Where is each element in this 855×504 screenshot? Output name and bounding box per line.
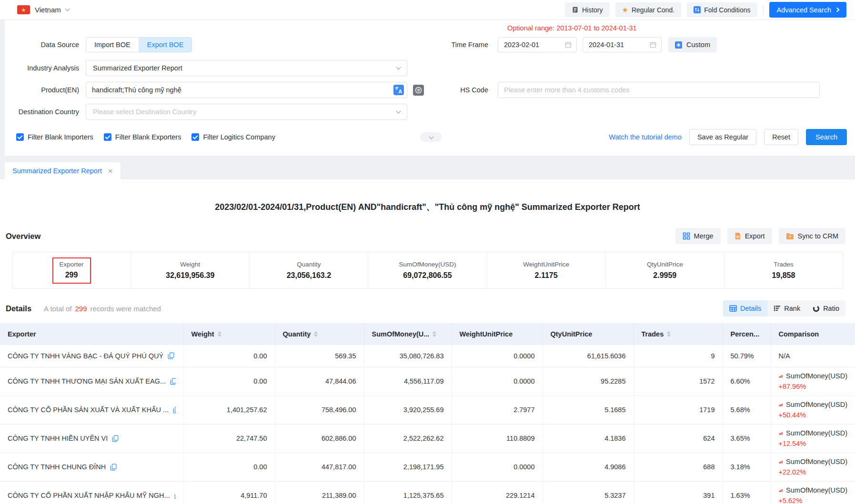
match-count: 299 [75,305,87,313]
match-summary-suffix: records were matched [91,305,161,313]
sync-to-crm-button[interactable]: Sync to CRM [779,228,845,244]
percent-cell: 3.65% [723,424,771,453]
filter-blank-importers-checkbox[interactable]: Filter Blank Importers [16,133,93,141]
copy-icon[interactable] [170,378,175,385]
weight-unit-price-cell: 2.7977 [452,395,543,424]
history-button[interactable]: History [565,2,610,17]
weight-cell: 1,401,257.62 [183,395,275,424]
tab-summarized-exporter-report[interactable]: Summarized Exporter Report × [5,162,121,179]
date-to-input[interactable]: 2024-01-31 [583,37,662,52]
custom-range-button[interactable]: Custom [668,37,717,52]
match-summary-prefix: A total of [44,305,71,313]
stat-exporter-highlight-box: Exporter 299 [52,257,91,284]
view-rank-button[interactable]: Rank [767,300,806,316]
calendar-icon [650,41,656,48]
tutorial-link[interactable]: Watch the tutorial demo [609,133,682,141]
fold-conditions-label: Fold Conditions [704,6,750,14]
col-trades-label: Trades [642,330,664,338]
optional-range-hint: Optional range: 2013-07-01 to 2024-01-31 [507,24,637,32]
topbar: ★ Vietnam History ★ Regular Cond. Fold C… [0,0,855,20]
advanced-search-label: Advanced Search [777,6,831,14]
weight-cell: 0.00 [183,345,275,367]
advanced-search-button[interactable]: Advanced Search [769,2,846,18]
history-label: History [582,6,603,14]
reset-button[interactable]: Reset [764,129,798,145]
table-icon [729,305,737,312]
history-icon [572,6,579,13]
col-qty-unit-price: QtyUnitPrice [543,323,634,345]
view-switcher: Details Rank Ratio [723,300,845,316]
comparison-metric: SumOfMoney(USD) [786,371,847,381]
table-row[interactable]: CÔNG TY TNHH HIỀN UYÊN VI 22,747.50 602,… [0,424,855,453]
filter-blank-importers-label: Filter Blank Importers [28,133,93,141]
quantity-cell: 569.35 [275,345,364,367]
stat-value: 23,056,163.2 [287,271,331,280]
date-from-input[interactable]: 2023-02-01 [498,37,577,52]
table-row[interactable]: CÔNG TY TNHH VÀNG BẠC - ĐÁ QUÝ PHÚ QUÝ 0… [0,345,855,367]
hs-code-row: HS Code [417,82,820,98]
col-quantity[interactable]: Quantity [275,323,364,345]
qty-unit-price-cell: 61,615.6036 [543,345,634,367]
import-boe-option[interactable]: Import BOE [86,38,139,52]
copy-icon[interactable] [112,435,119,442]
export-button[interactable]: Export [727,228,772,244]
country-selector[interactable]: ★ Vietnam [17,5,69,14]
regular-cond-button[interactable]: ★ Regular Cond. [615,2,682,17]
search-button[interactable]: Search [806,129,847,145]
checkbox-checked-icon [16,133,24,141]
sort-icon[interactable] [667,331,671,337]
percent-cell: 6.60% [723,367,771,395]
hs-code-input[interactable] [498,82,820,98]
weight-cell: 4,911.70 [183,481,275,504]
topbar-divider [763,5,764,15]
view-rank-label: Rank [784,305,800,312]
search-actions: Watch the tutorial demo Save as Regular … [609,129,855,145]
exporter-name: CÔNG TY CỔ PHẦN SẢN XUẤT VÀ XUẤT KHẨU ..… [8,406,169,414]
view-ratio-button[interactable]: Ratio [806,300,845,316]
sum-of-money-cell: 1,125,375.65 [364,481,452,504]
export-boe-option[interactable]: Export BOE [139,38,192,52]
col-weight[interactable]: Weight [183,323,275,345]
col-trades[interactable]: Trades [634,323,723,345]
trades-cell: 1572 [634,367,723,395]
percent-cell: 1.63% [723,481,771,504]
close-icon[interactable]: × [108,167,113,175]
filter-logitics-company-checkbox[interactable]: Filter Logitics Company [191,133,275,141]
fold-conditions-button[interactable]: Fold Conditions [687,2,757,17]
date-to-value: 2024-01-31 [589,41,624,49]
percent-cell: 3.18% [723,453,771,481]
sort-icon[interactable] [314,331,318,337]
translate-icon[interactable]: A [393,85,404,95]
sort-icon[interactable] [433,331,436,337]
overview-actions: Merge Export Sync to CRM [675,228,845,244]
col-sum-of-money[interactable]: SumOfMoney(U... [364,323,452,345]
filter-blank-exporters-checkbox[interactable]: Filter Blank Exporters [104,133,181,141]
merge-label: Merge [694,232,714,240]
checkbox-checked-icon [191,133,199,141]
industry-analysis-select[interactable]: Summarized Exporter Report [86,60,407,76]
merge-button[interactable]: Merge [675,228,721,244]
details-table: Exporter Weight Quantity SumOfMoney(U...… [0,323,855,504]
product-en-input[interactable] [86,82,407,98]
table-row[interactable]: CÔNG TY CỔ PHẦN SẢN XUẤT VÀ XUẤT KHẨU ..… [0,395,855,424]
save-as-regular-button[interactable]: Save as Regular [689,129,756,145]
destination-country-select[interactable]: Please select Destination Country [86,104,407,120]
comparison-cell: N/A [771,345,855,367]
comparison-cell: SumOfMoney(USD) +12.54% [771,424,855,453]
comparison-delta: +22.02% [779,467,848,477]
weight-cell: 22,747.50 [183,424,275,453]
copy-icon[interactable] [173,406,175,414]
table-row[interactable]: CÔNG TY TNHH THƯƠNG MẠI SẢN XUẤT EAG... … [0,367,855,395]
view-details-button[interactable]: Details [723,300,767,316]
collapse-conditions-button[interactable] [420,132,442,142]
table-row[interactable]: CÔNG TY TNHH CHUNG ĐỈNH 0.00 447,817.00 … [0,453,855,481]
sort-icon[interactable] [218,331,221,337]
copy-icon[interactable] [174,492,176,499]
industry-analysis-row: Industry Analysis Summarized Exporter Re… [5,60,407,76]
copy-icon[interactable] [168,352,174,359]
stat-label: SumOfMoney(USD) [399,261,456,268]
sync-to-crm-label: Sync to CRM [798,232,838,240]
copy-icon[interactable] [110,464,117,471]
table-row[interactable]: CÔNG TY CỔ PHẦN XUẤT NHẬP KHẨU MỸ NGH...… [0,481,855,504]
trades-cell: 1719 [634,395,723,424]
